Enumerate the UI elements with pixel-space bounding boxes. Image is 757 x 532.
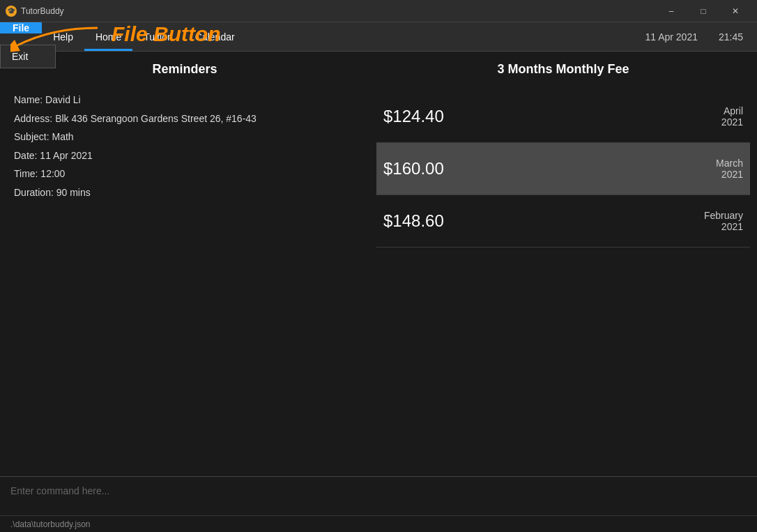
fee-month-february: February: [704, 210, 743, 221]
reminder-name: Name: David Li: [14, 91, 355, 109]
fee-amount-february: $148.60: [376, 195, 687, 247]
reminder-subject: Subject: Math: [14, 128, 355, 146]
tuition-menu-item[interactable]: Tuition: [132, 22, 184, 51]
reminder-date: Date: 11 Apr 2021: [14, 146, 355, 165]
fee-month-march: March: [716, 158, 743, 169]
fee-entry-march: $160.00 March 2021: [376, 143, 750, 195]
file-dropdown: Exit: [0, 45, 56, 68]
command-input[interactable]: [10, 485, 747, 496]
title-bar-left: 🎓 TutorBuddy: [6, 6, 64, 17]
fee-amount-april: $124.40: [376, 91, 687, 142]
status-path: .\data\tutorbuddy.json: [10, 519, 91, 529]
fee-title: 3 Months Monthly Fee: [376, 62, 750, 77]
maximize-button[interactable]: □: [687, 0, 719, 22]
exit-menu-item[interactable]: Exit: [1, 45, 55, 68]
fee-month-april: April: [724, 105, 743, 116]
header-date: 11 Apr 2021: [645, 31, 698, 43]
minimize-button[interactable]: –: [655, 0, 687, 22]
fee-date-april: April 2021: [687, 91, 750, 142]
reminders-panel: Reminders Name: David Li Address: Blk 43…: [0, 52, 369, 258]
reminder-address: Address: Blk 436 Serangoon Gardens Stree…: [14, 109, 355, 128]
file-menu-button[interactable]: File: [0, 22, 42, 33]
title-bar: 🎓 TutorBuddy – □ ✕: [0, 0, 757, 22]
fee-date-march: March 2021: [687, 143, 750, 195]
fee-year-february: 2021: [721, 221, 743, 232]
fee-year-march: 2021: [721, 169, 743, 180]
fee-entry-february: $148.60 February 2021: [376, 195, 750, 248]
home-menu-item[interactable]: Home: [84, 22, 132, 51]
reminder-details: Name: David Li Address: Blk 436 Serangoo…: [14, 91, 355, 202]
close-button[interactable]: ✕: [719, 0, 751, 22]
menu-bar: File Exit Help Home Tuition Calendar 11 …: [0, 22, 757, 52]
fee-year-april: 2021: [721, 116, 743, 128]
header-time: 21:45: [719, 31, 743, 43]
reminders-title: Reminders: [14, 62, 355, 77]
main-content: Reminders Name: David Li Address: Blk 43…: [0, 52, 757, 258]
fee-date-february: February 2021: [687, 195, 750, 247]
menu-right-info: 11 Apr 2021 21:45: [645, 22, 757, 51]
app-title: TutorBuddy: [21, 6, 64, 16]
app-icon: 🎓: [6, 6, 17, 17]
fee-entry-april: $124.40 April 2021: [376, 91, 750, 143]
file-menu-container: File Exit: [0, 22, 42, 51]
status-bar: .\data\tutorbuddy.json: [0, 515, 757, 532]
command-bar[interactable]: [0, 476, 757, 504]
fee-amount-march: $160.00: [376, 143, 687, 195]
calendar-menu-item[interactable]: Calendar: [184, 22, 246, 51]
reminder-duration: Duration: 90 mins: [14, 183, 355, 202]
title-bar-controls: – □ ✕: [655, 0, 751, 22]
reminder-time: Time: 12:00: [14, 165, 355, 183]
fee-panel: 3 Months Monthly Fee $124.40 April 2021 …: [369, 52, 757, 258]
